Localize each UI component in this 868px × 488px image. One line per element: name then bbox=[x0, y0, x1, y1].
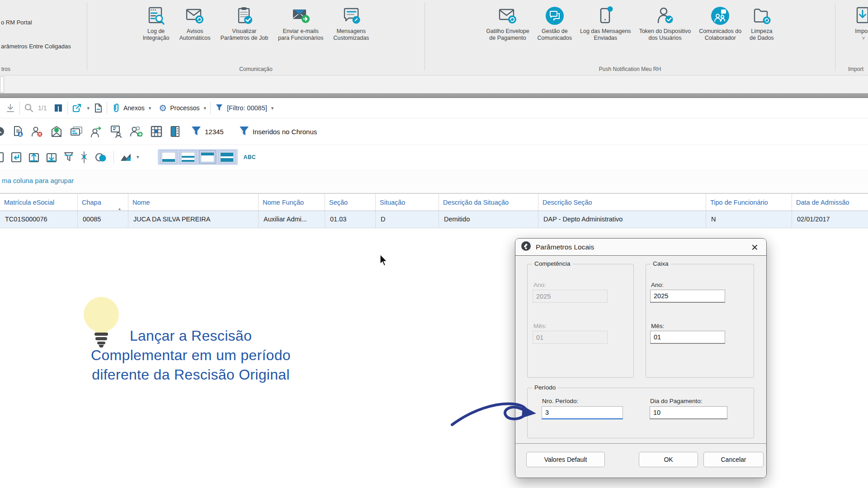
cell-secao[interactable]: 01.03 bbox=[325, 211, 376, 228]
ribbon-button-visualizar-parametros-job[interactable]: VisualizarParâmetros de Job bbox=[217, 3, 271, 42]
document-icon[interactable] bbox=[94, 103, 103, 113]
venn-circles-icon[interactable] bbox=[94, 151, 108, 163]
caixa-ano-label: Ano: bbox=[651, 282, 664, 288]
label-line: Log das Mensagens bbox=[580, 28, 631, 34]
ribbon-button-label: Enviar e-mailspara Funcionários bbox=[278, 28, 323, 42]
nro-periodo-label: Nro. Período: bbox=[542, 398, 578, 404]
abc-spellcheck-icon[interactable]: ABC bbox=[244, 154, 256, 160]
zoom-icon[interactable] bbox=[24, 103, 34, 113]
funnel-outline-icon[interactable] bbox=[63, 151, 74, 163]
report-book-icon[interactable] bbox=[170, 125, 181, 138]
layout-toggle-rows[interactable] bbox=[179, 150, 197, 164]
processos-dropdown[interactable]: ⚙ Processos ▾ bbox=[159, 103, 206, 113]
column-header-nome-funcao[interactable]: Nome Função bbox=[259, 194, 325, 211]
caixa-mes-input[interactable] bbox=[650, 331, 725, 344]
comunicados-colaborador-icon bbox=[710, 4, 731, 28]
toolbar-separator bbox=[67, 102, 68, 114]
cell-descricao-situacao[interactable]: Demitido bbox=[439, 211, 538, 228]
transfer-employee-icon[interactable] bbox=[90, 126, 103, 137]
competencia-group-label: Competência bbox=[532, 260, 573, 267]
label-line: Enviar e-mails bbox=[283, 28, 319, 34]
envelope-open-icon[interactable] bbox=[50, 125, 63, 138]
column-header-chapa[interactable]: Chapa▲ bbox=[78, 194, 128, 211]
column-header-tipo-funcionario[interactable]: Tipo de Funcionário bbox=[706, 194, 792, 211]
ribbon-button-log-integracao[interactable]: Log deIntegração bbox=[140, 3, 172, 42]
return-arrow-box-icon[interactable] bbox=[10, 151, 22, 163]
cell-chapa[interactable]: 00085 bbox=[78, 211, 128, 228]
layout-toggle-group bbox=[158, 149, 238, 165]
column-header-nome[interactable]: Nome bbox=[128, 194, 259, 211]
column-header-secao[interactable]: Seção bbox=[325, 194, 376, 211]
cell-data-admissao[interactable]: 02/01/2017 bbox=[792, 211, 868, 228]
anexos-dropdown[interactable]: Anexos ▾ bbox=[111, 103, 151, 113]
label-line: Limpeza bbox=[751, 28, 772, 34]
gestao-comunicados-icon bbox=[544, 4, 565, 28]
ribbon-button-enviar-emails[interactable]: Enviar e-mailspara Funcionários bbox=[275, 3, 326, 42]
ok-button[interactable]: OK bbox=[639, 452, 698, 467]
export-up-box-icon[interactable] bbox=[28, 151, 40, 163]
layout-toggle-card-bottom[interactable] bbox=[160, 150, 177, 164]
ribbon-button-avisos-automaticos[interactable]: AvisosAutomáticos bbox=[177, 3, 213, 42]
ribbon-button-comunicados-colaborador[interactable]: Comunicados doColaborador bbox=[696, 3, 744, 42]
windows-stack-icon[interactable] bbox=[70, 126, 83, 137]
cell-nome-funcao[interactable]: Auxiliar Admi... bbox=[259, 211, 325, 228]
caixa-group-label: Caixa bbox=[651, 260, 671, 267]
group-by-bar[interactable]: ma coluna para agrupar bbox=[0, 169, 868, 193]
employee-card-icon[interactable] bbox=[109, 125, 123, 138]
toolbar-separator bbox=[19, 102, 20, 114]
box-icon[interactable] bbox=[0, 151, 5, 163]
cell-nome[interactable]: JUCA DA SILVA PEREIRA bbox=[128, 211, 259, 228]
filter-12345-button[interactable]: 12345 bbox=[191, 126, 224, 137]
export-icon[interactable] bbox=[72, 103, 82, 113]
column-header-descricao-situacao[interactable]: Descrição da Situação bbox=[439, 194, 538, 211]
chart-dropdown[interactable]: ▾ bbox=[120, 152, 139, 163]
filter-chronus-label: Inseridos no Chronus bbox=[253, 128, 317, 136]
chevron-down-icon[interactable]: ▾ bbox=[87, 105, 90, 111]
collapsed-panel-handle[interactable] bbox=[0, 76, 4, 93]
filtro-dropdown[interactable]: [Filtro: 00085] ▾ bbox=[215, 103, 274, 113]
mensagens-customizadas-icon bbox=[341, 4, 362, 28]
nro-periodo-input[interactable] bbox=[542, 406, 623, 419]
columns-layout-icon[interactable] bbox=[53, 103, 63, 113]
column-header-situacao[interactable]: Situação bbox=[376, 194, 439, 211]
column-header-descricao-secao[interactable]: Descrição Seção bbox=[538, 194, 706, 211]
ribbon-item-rm-portal[interactable]: o RM Portal bbox=[1, 19, 32, 26]
cancelar-button[interactable]: Cancelar bbox=[703, 452, 764, 467]
dia-pagamento-input[interactable] bbox=[650, 406, 727, 419]
caixa-ano-input[interactable] bbox=[650, 290, 725, 303]
valores-default-button[interactable]: Valores Default bbox=[526, 452, 605, 467]
dialog-titlebar[interactable]: Parâmetros Locais × bbox=[515, 239, 766, 256]
close-icon[interactable]: × bbox=[749, 242, 761, 252]
column-header-data-admissao[interactable]: Data de Admissão bbox=[792, 194, 868, 211]
ribbon-button-mensagens-customizadas[interactable]: MensagensCustomizadas bbox=[330, 3, 372, 42]
cell-matricula-esocial[interactable]: TC01S000076 bbox=[0, 211, 78, 228]
ribbon-item-parametros-coligadas[interactable]: arâmetros Entre Coligadas bbox=[1, 43, 71, 50]
column-header-matricula-esocial[interactable]: Matrícula eSocial bbox=[0, 194, 78, 211]
add-employee-group-icon[interactable] bbox=[130, 126, 143, 137]
table-row[interactable]: TC01S000076 00085 JUCA DA SILVA PEREIRA … bbox=[0, 211, 868, 228]
splitter-bar[interactable] bbox=[0, 94, 868, 98]
layout-toggle-header-top[interactable] bbox=[199, 150, 216, 164]
cell-situacao[interactable]: D bbox=[376, 211, 439, 228]
pin-filter-icon[interactable] bbox=[80, 151, 88, 164]
ribbon-button-import[interactable]: Import˅ bbox=[850, 3, 868, 42]
layout-toggle-split[interactable] bbox=[218, 150, 236, 164]
filter-chronus-button[interactable]: Inseridos no Chronus bbox=[239, 126, 317, 137]
avisos-automaticos-icon bbox=[184, 4, 205, 28]
ribbon-button-gestao-comunicados[interactable]: Gestão deComunicados bbox=[535, 3, 575, 42]
employee-document-icon[interactable] bbox=[12, 126, 24, 137]
import-down-box-icon[interactable] bbox=[46, 151, 57, 163]
ribbon-button-token-dispositivo[interactable]: Token do Dispositivodos Usuários bbox=[637, 3, 694, 42]
cell-descricao-secao[interactable]: DAP - Depto Administrativo bbox=[538, 211, 706, 228]
filter-12345-label: 12345 bbox=[205, 128, 224, 136]
download-icon[interactable] bbox=[5, 103, 15, 113]
token-dispositivo-icon bbox=[655, 4, 675, 28]
ribbon-button-limpeza-dados[interactable]: Limpezade Dados bbox=[747, 3, 777, 42]
cell-tipo-funcionario[interactable]: N bbox=[706, 211, 792, 228]
remove-employee-icon[interactable] bbox=[31, 126, 43, 137]
ribbon-button-log-mensagens[interactable]: Log das MensagensEnviadas bbox=[577, 3, 634, 42]
ribbon-button-gatilho-envelope[interactable]: Gatilho Envelopede Pagamento bbox=[483, 3, 532, 42]
clock-icon[interactable] bbox=[0, 126, 5, 137]
dialog-footer: Valores Default OK Cancelar bbox=[515, 443, 766, 478]
table-grid-icon[interactable] bbox=[150, 125, 163, 138]
